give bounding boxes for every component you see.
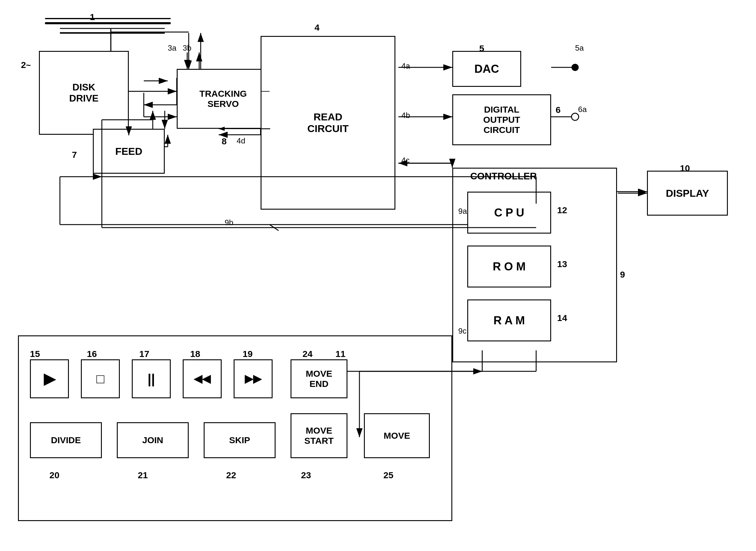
- ff-icon: ▶▶: [245, 373, 262, 385]
- read-circuit-block: READCIRCUIT: [261, 36, 395, 209]
- ref-9c: 9c: [458, 327, 466, 336]
- controller-label: CONTROLLER: [470, 171, 537, 182]
- diagram: 1 DISKDRIVE 2~ 3 3a 3b TRACKINGSERVO 8 4…: [0, 0, 756, 551]
- feed-label: FEED: [115, 145, 142, 157]
- ref-18: 18: [190, 349, 200, 359]
- divide-label: DIVIDE: [51, 435, 81, 445]
- ref-21: 21: [138, 470, 148, 480]
- feed-block: FEED: [93, 129, 165, 174]
- ram-label: R A M: [494, 314, 525, 327]
- cpu-label: C P U: [494, 206, 524, 219]
- ref-6: 6: [555, 105, 561, 115]
- ref-7: 7: [72, 150, 77, 160]
- ram-block: R A M: [467, 300, 551, 342]
- ref-19: 19: [243, 349, 253, 359]
- move-button[interactable]: MOVE: [364, 413, 430, 458]
- ref-16: 16: [87, 349, 97, 359]
- ref-15: 15: [30, 349, 40, 359]
- play-button[interactable]: ▶: [30, 359, 69, 398]
- ref-5a: 5a: [575, 43, 584, 53]
- ref-5: 5: [479, 43, 484, 54]
- ref-24: 24: [303, 349, 312, 359]
- ref-2: 2~: [21, 60, 31, 70]
- rom-block: R O M: [467, 245, 551, 288]
- join-label: JOIN: [142, 435, 163, 445]
- digital-output-block: DIGITALOUTPUTCIRCUIT: [452, 94, 551, 145]
- ref-1: 1: [90, 12, 95, 22]
- display-block: DISPLAY: [647, 171, 728, 215]
- ref-12: 12: [557, 205, 567, 215]
- ref-3b: 3b: [183, 43, 192, 53]
- ref-20: 20: [49, 470, 59, 480]
- play-icon: ▶: [44, 370, 55, 388]
- dac-label: DAC: [474, 63, 499, 75]
- ref-3a: 3a: [168, 43, 176, 53]
- rewind-icon: ◀◀: [194, 373, 211, 385]
- ref-13: 13: [557, 259, 567, 269]
- move-end-button[interactable]: MOVEEND: [291, 359, 347, 398]
- ref-17: 17: [139, 349, 149, 359]
- stop-button[interactable]: □: [81, 359, 120, 398]
- ref-8: 8: [222, 136, 227, 146]
- rom-label: R O M: [493, 260, 526, 273]
- skip-button[interactable]: SKIP: [204, 422, 276, 458]
- move-label: MOVE: [384, 431, 410, 441]
- ref-25: 25: [383, 470, 393, 480]
- pause-button[interactable]: ||: [132, 359, 171, 398]
- ref-6a: 6a: [578, 105, 587, 114]
- dac-block: DAC: [452, 51, 521, 87]
- cpu-block: C P U: [467, 192, 551, 233]
- ref-4a: 4a: [401, 61, 410, 71]
- svg-point-22: [572, 64, 579, 71]
- tracking-servo-block: TRACKINGSERVO: [177, 69, 270, 129]
- ref-9b: 9b: [225, 218, 233, 227]
- move-start-label: MOVESTART: [304, 426, 334, 446]
- digital-output-label: DIGITALOUTPUTCIRCUIT: [483, 104, 520, 135]
- pause-icon: ||: [148, 371, 155, 386]
- display-label: DISPLAY: [666, 187, 709, 199]
- read-circuit-label: READCIRCUIT: [307, 111, 349, 134]
- ref-9a: 9a: [458, 207, 467, 216]
- ref-4b: 4b: [401, 111, 410, 120]
- fastforward-button[interactable]: ▶▶: [234, 359, 273, 398]
- stop-icon: □: [96, 371, 104, 386]
- ref-10: 10: [680, 163, 690, 173]
- skip-label: SKIP: [229, 435, 250, 445]
- ref-22: 22: [226, 470, 236, 480]
- divide-button[interactable]: DIVIDE: [30, 422, 102, 458]
- ref-23: 23: [301, 470, 311, 480]
- ref-4c: 4c: [401, 156, 409, 165]
- disk-drive-label: DISKDRIVE: [69, 82, 98, 104]
- ref-9: 9: [620, 269, 625, 280]
- ref-4: 4: [315, 22, 320, 33]
- ref-4d: 4d: [237, 136, 245, 145]
- ref-11: 11: [336, 349, 345, 359]
- ref-14: 14: [557, 313, 567, 323]
- join-button[interactable]: JOIN: [117, 422, 189, 458]
- rewind-button[interactable]: ◀◀: [183, 359, 222, 398]
- move-end-label: MOVEEND: [306, 369, 332, 389]
- svg-line-58: [270, 224, 279, 230]
- disk-drive-block: DISKDRIVE: [39, 51, 129, 135]
- move-start-button[interactable]: MOVESTART: [291, 413, 347, 458]
- tracking-servo-label: TRACKINGSERVO: [200, 89, 247, 109]
- optical-disk: [45, 18, 171, 34]
- svg-point-24: [572, 113, 579, 120]
